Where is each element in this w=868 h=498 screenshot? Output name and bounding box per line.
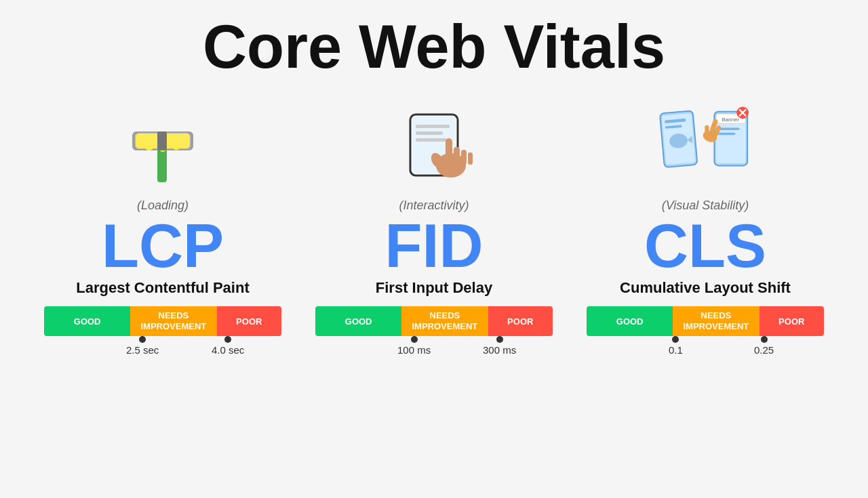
fid-icon bbox=[380, 87, 488, 196]
cls-tick2-label: 0.25 bbox=[754, 344, 774, 356]
fid-bar-good: GOOD bbox=[315, 306, 401, 336]
cls-bar-poor: POOR bbox=[760, 306, 824, 336]
lcp-tick1-dot bbox=[139, 336, 146, 343]
metric-lcp: (Loading) LCP Largest Contentful Paint G… bbox=[34, 87, 292, 356]
cls-tick2: 0.25 bbox=[754, 336, 774, 356]
fid-bar-poor: POOR bbox=[488, 306, 553, 336]
lcp-tick2: 4.0 sec bbox=[212, 336, 244, 356]
page-title: Core Web Vitals bbox=[203, 14, 665, 81]
svg-rect-11 bbox=[416, 131, 443, 135]
fid-bar-container: GOOD NEEDSIMPROVEMENT POOR 100 ms 300 ms bbox=[315, 306, 553, 356]
lcp-bar: GOOD NEEDSIMPROVEMENT POOR bbox=[44, 306, 281, 336]
cls-name: Cumulative Layout Shift bbox=[620, 279, 791, 297]
lcp-bar-ticks: 2.5 sec 4.0 sec bbox=[44, 336, 281, 356]
fid-abbr: FID bbox=[385, 215, 484, 276]
cls-bar-needs: NEEDSIMPROVEMENT bbox=[673, 306, 759, 336]
fid-tick2: 300 ms bbox=[483, 336, 516, 356]
svg-rect-30 bbox=[719, 133, 736, 136]
svg-rect-12 bbox=[416, 138, 446, 142]
metric-cls: Banner (Vis bbox=[576, 87, 834, 356]
svg-rect-37 bbox=[705, 125, 709, 134]
svg-point-4 bbox=[146, 146, 153, 150]
cls-tick1-dot bbox=[672, 336, 679, 343]
svg-rect-7 bbox=[157, 131, 167, 150]
lcp-tick2-label: 4.0 sec bbox=[212, 344, 244, 356]
lcp-name: Largest Contentful Paint bbox=[76, 279, 249, 297]
cls-abbr: CLS bbox=[644, 215, 766, 276]
cls-category: (Visual Stability) bbox=[662, 199, 749, 213]
lcp-category: (Loading) bbox=[137, 199, 189, 213]
cls-tick1-label: 0.1 bbox=[669, 344, 683, 356]
metrics-row: (Loading) LCP Largest Contentful Paint G… bbox=[27, 87, 841, 356]
svg-rect-18 bbox=[468, 152, 473, 165]
svg-rect-0 bbox=[157, 148, 167, 182]
fid-bar: GOOD NEEDSIMPROVEMENT POOR bbox=[315, 306, 553, 336]
lcp-bar-needs: NEEDSIMPROVEMENT bbox=[130, 306, 216, 336]
fid-bar-ticks: 100 ms 300 ms bbox=[315, 336, 553, 356]
lcp-tick2-dot bbox=[224, 336, 231, 343]
cls-bar-container: GOOD NEEDSIMPROVEMENT POOR 0.1 0.25 bbox=[587, 306, 824, 356]
svg-rect-10 bbox=[416, 125, 450, 128]
fid-tick2-label: 300 ms bbox=[483, 344, 516, 356]
fid-tick2-dot bbox=[496, 336, 503, 343]
cls-tick1: 0.1 bbox=[669, 336, 683, 356]
svg-rect-15 bbox=[446, 138, 452, 162]
metric-fid: (Interactivity) FID First Input Delay GO… bbox=[305, 87, 563, 356]
svg-point-6 bbox=[174, 147, 179, 150]
lcp-abbr: LCP bbox=[102, 215, 224, 276]
fid-bar-needs: NEEDSIMPROVEMENT bbox=[401, 306, 488, 336]
cls-icon: Banner bbox=[651, 87, 760, 196]
cls-bar-ticks: 0.1 0.25 bbox=[587, 336, 824, 356]
svg-rect-16 bbox=[454, 147, 460, 164]
lcp-bar-container: GOOD NEEDSIMPROVEMENT POOR 2.5 sec 4.0 s… bbox=[44, 306, 281, 356]
fid-tick1-dot bbox=[411, 336, 418, 343]
lcp-tick1: 2.5 sec bbox=[126, 336, 159, 356]
lcp-bar-good: GOOD bbox=[44, 306, 130, 336]
lcp-bar-poor: POOR bbox=[217, 306, 281, 336]
lcp-tick1-label: 2.5 sec bbox=[126, 344, 159, 356]
fid-name: First Input Delay bbox=[376, 279, 492, 297]
lcp-icon bbox=[108, 87, 217, 196]
fid-category: (Interactivity) bbox=[399, 199, 469, 213]
svg-text:Banner: Banner bbox=[722, 117, 739, 123]
svg-rect-29 bbox=[719, 128, 740, 131]
cls-bar: GOOD NEEDSIMPROVEMENT POOR bbox=[587, 306, 824, 336]
cls-bar-good: GOOD bbox=[587, 306, 673, 336]
svg-rect-17 bbox=[461, 150, 467, 165]
fid-tick1: 100 ms bbox=[397, 336, 431, 356]
cls-tick2-dot bbox=[761, 336, 768, 343]
fid-tick1-label: 100 ms bbox=[397, 344, 431, 356]
